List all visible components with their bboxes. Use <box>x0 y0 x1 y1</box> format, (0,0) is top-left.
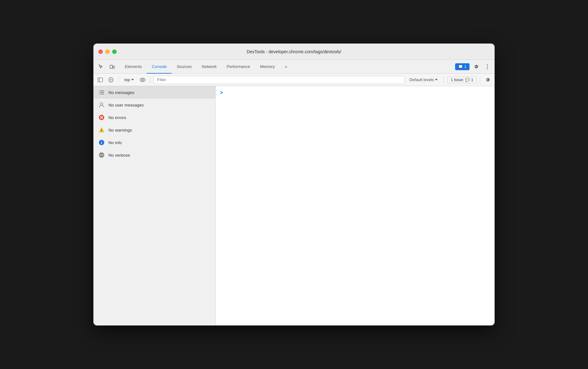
svg-point-10 <box>142 79 144 81</box>
issues-button[interactable]: 💬 1 <box>455 63 470 70</box>
toolbar-divider-2 <box>150 77 150 83</box>
svg-rect-5 <box>98 78 103 82</box>
more-options-icon[interactable] <box>483 62 492 71</box>
devtools-window: DevTools - developer.chrome.com/tags/dev… <box>93 44 495 325</box>
svg-rect-0 <box>110 65 113 68</box>
warning-icon: ! <box>98 127 105 133</box>
list-icon <box>98 89 105 96</box>
info-icon: i <box>98 139 105 146</box>
clear-console-icon[interactable] <box>107 75 115 84</box>
sidebar-item-label: No warnings <box>108 128 132 133</box>
tab-more[interactable]: » <box>280 60 292 74</box>
sidebar-item-no-verbose[interactable]: No verbose <box>93 149 215 161</box>
sidebar-item-no-user-messages[interactable]: No user messages <box>93 99 215 111</box>
sidebar-item-label: No messages <box>108 90 134 95</box>
titlebar: DevTools - developer.chrome.com/tags/dev… <box>93 44 495 60</box>
svg-point-27 <box>102 155 103 156</box>
filter-input[interactable] <box>154 76 404 84</box>
sidebar-item-label: No user messages <box>108 103 144 107</box>
svg-point-2 <box>487 64 488 65</box>
tabbar-left-icons <box>96 60 117 73</box>
traffic-lights <box>98 49 117 54</box>
svg-point-26 <box>101 155 102 156</box>
tab-network[interactable]: Network <box>197 60 222 74</box>
device-mode-icon[interactable] <box>107 62 117 72</box>
toolbar-divider-1 <box>118 77 119 83</box>
sidebar-item-label: No info <box>108 140 122 145</box>
svg-text:i: i <box>101 140 102 145</box>
svg-point-25 <box>100 155 101 156</box>
svg-rect-1 <box>113 66 114 68</box>
default-levels-button[interactable]: Default levels <box>406 76 441 83</box>
tabbar: Elements Console Sources Network Perform… <box>93 60 495 74</box>
tabbar-right-actions: 💬 1 <box>455 60 492 73</box>
tab-memory[interactable]: Memory <box>255 60 280 74</box>
user-icon <box>98 102 105 108</box>
sidebar-item-label: No verbose <box>108 153 130 158</box>
inspect-icon[interactable] <box>96 62 106 72</box>
issue-pill-icon: 💬 <box>465 78 470 82</box>
sidebar-item-no-info[interactable]: i No info <box>93 136 215 149</box>
main-content: No messages No user messages <box>93 86 495 325</box>
console-toolbar: top Default levels 1 Issue: 💬 1 <box>93 74 495 86</box>
live-expressions-icon[interactable] <box>138 75 147 84</box>
svg-point-17 <box>100 103 103 105</box>
minimize-button[interactable] <box>105 49 110 54</box>
svg-point-4 <box>487 68 488 69</box>
close-button[interactable] <box>98 49 103 54</box>
console-prompt-icon: > <box>220 90 223 96</box>
sidebar-item-no-messages[interactable]: No messages <box>93 86 215 99</box>
maximize-button[interactable] <box>112 49 117 54</box>
svg-point-9 <box>140 78 145 81</box>
console-settings-icon[interactable] <box>483 75 492 84</box>
console-sidebar: No messages No user messages <box>93 86 216 325</box>
error-icon <box>98 114 105 121</box>
toolbar-divider-4 <box>480 77 480 83</box>
verbose-icon <box>98 152 105 158</box>
tab-elements[interactable]: Elements <box>120 60 147 74</box>
sidebar-item-label: No errors <box>108 115 126 120</box>
svg-point-3 <box>487 66 488 67</box>
sidebar-toggle-icon[interactable] <box>96 75 105 84</box>
tab-performance[interactable]: Performance <box>222 60 255 74</box>
window-title: DevTools - developer.chrome.com/tags/dev… <box>247 49 341 54</box>
context-selector[interactable]: top <box>122 77 136 83</box>
issue-icon: 💬 <box>458 65 463 69</box>
sidebar-item-no-warnings[interactable]: ! No warnings <box>93 124 215 136</box>
tabs-list: Elements Console Sources Network Perform… <box>120 60 455 73</box>
svg-text:!: ! <box>101 129 102 132</box>
tab-sources[interactable]: Sources <box>172 60 197 74</box>
sidebar-item-no-errors[interactable]: No errors <box>93 111 215 124</box>
tab-console[interactable]: Console <box>147 60 172 74</box>
settings-icon[interactable] <box>471 62 481 71</box>
toolbar-divider-3 <box>444 77 444 83</box>
issues-pill[interactable]: 1 Issue: 💬 1 <box>447 76 477 83</box>
console-output[interactable]: > <box>216 86 495 325</box>
